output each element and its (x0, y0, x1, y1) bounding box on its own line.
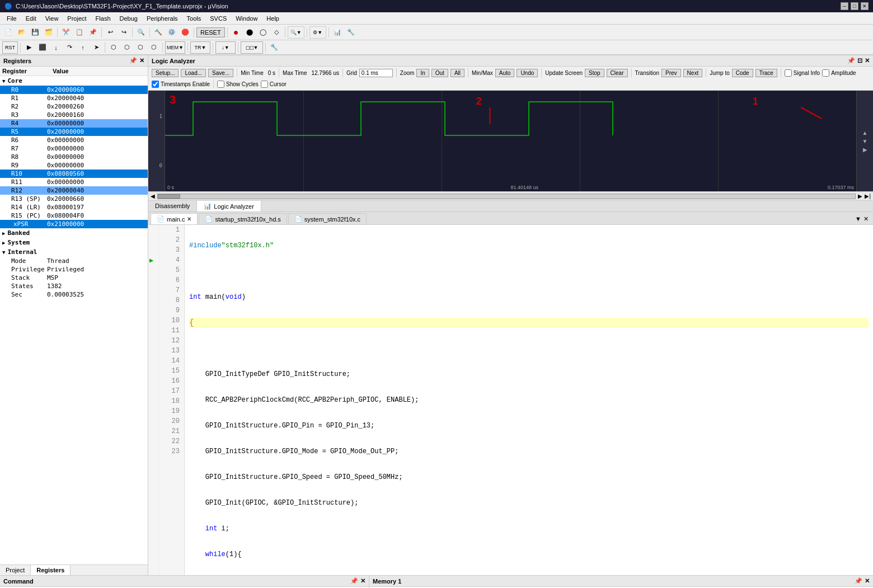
la-tab-disassembly[interactable]: Disassembly (148, 201, 197, 211)
menu-project[interactable]: Project (63, 14, 91, 23)
cut-button[interactable]: ✂️ (60, 26, 72, 39)
run-button[interactable]: ● (230, 26, 242, 39)
la-scrollbar-thumb[interactable] (158, 194, 180, 199)
settings-btn2[interactable]: 🔧 (268, 41, 280, 54)
reg-row-r9[interactable]: R9 0x00000000 (0, 161, 148, 170)
reg-pin-icon[interactable]: 📌 (129, 57, 137, 64)
la-auto-button[interactable]: Auto (495, 69, 515, 77)
menu-view[interactable]: View (41, 14, 63, 23)
la-load-button[interactable]: Load... (181, 69, 206, 77)
la-code-button[interactable]: Code (732, 69, 753, 77)
reg-row-r11[interactable]: R11 0x00000000 (0, 178, 148, 186)
la-pin-icon[interactable]: 📌 (847, 57, 855, 64)
redo-button[interactable]: ↪ (118, 26, 130, 39)
open-button[interactable]: 📂 (16, 26, 28, 39)
find-button[interactable]: 🔍 (135, 26, 147, 39)
stop-button[interactable]: ⬤ (243, 26, 256, 39)
reg-row-xpsr[interactable]: xPSR 0x21000000 (0, 220, 148, 228)
reg-group-banked[interactable]: Banked (0, 228, 148, 238)
la-undo-button[interactable]: Undo (517, 69, 538, 77)
reg-row-sec[interactable]: Sec 0.00003525 (0, 290, 148, 299)
copy-button[interactable]: 📋 (73, 26, 86, 39)
step-over-btn[interactable]: ↷ (63, 41, 76, 54)
la-signal-info-check[interactable]: Signal Info (785, 69, 820, 77)
reg-row-r8[interactable]: R8 0x00000000 (0, 153, 148, 161)
reg-row-r15[interactable]: R15 (PC) 0x080004F0 (0, 211, 148, 220)
la-stop-button[interactable]: Stop (585, 69, 604, 77)
step-out-btn[interactable]: ↑ (77, 41, 89, 54)
mem-close-icon[interactable]: ✕ (865, 577, 870, 585)
debug-config[interactable]: ⚙▼ (309, 26, 326, 39)
la-cursor-check[interactable]: Cursor (261, 81, 287, 88)
new-file-button[interactable]: 📄 (2, 26, 15, 39)
paste-button[interactable]: 📌 (87, 26, 99, 39)
reg-group-internal[interactable]: Internal (0, 247, 148, 257)
la-zoom-in-button[interactable]: In (416, 69, 429, 77)
la-clear-button[interactable]: Clear (607, 69, 628, 77)
la-zoom-out-button[interactable]: Out (431, 69, 448, 77)
la-show-cycles-checkbox[interactable] (217, 81, 224, 88)
la-cursor-checkbox[interactable] (261, 81, 268, 88)
minimize-button[interactable]: ─ (841, 2, 848, 10)
reg-row-r3[interactable]: R3 0x20000160 (0, 111, 148, 119)
menu-file[interactable]: File (2, 14, 21, 23)
close-button[interactable]: ✕ (861, 2, 869, 10)
save-all-button[interactable]: 🗂️ (43, 26, 55, 39)
reg-row-r2[interactable]: R2 0x20000260 (0, 102, 148, 111)
menu-help[interactable]: Help (262, 14, 284, 23)
reg-row-r6[interactable]: R6 0x00000000 (0, 136, 148, 144)
la-nav-up[interactable]: ▲ (862, 130, 868, 136)
bp-btn3[interactable]: ⬡ (134, 41, 147, 54)
la-nav-right[interactable]: ▶ (863, 147, 867, 153)
menu-tools[interactable]: Tools (182, 14, 206, 23)
reset-debug-btn[interactable]: RST (2, 41, 18, 54)
la-zoom-all-button[interactable]: All (450, 69, 464, 77)
misc-btn2[interactable]: ◻◻▼ (241, 41, 263, 54)
la-prev-button[interactable]: Prev (661, 69, 681, 77)
run-to-cursor-btn[interactable]: ➤ (90, 41, 102, 54)
la-nav-down[interactable]: ▼ (862, 138, 868, 144)
misc-btn1[interactable]: ↓▼ (215, 41, 236, 54)
menu-edit[interactable]: Edit (21, 14, 41, 23)
code-tab-startup[interactable]: 📄 startup_stm32f10x_hd.s (199, 213, 287, 224)
stop-debug-btn[interactable]: ⬛ (36, 41, 49, 54)
bp-btn4[interactable]: ⬡ (148, 41, 160, 54)
code-tab-system[interactable]: 📄 system_stm32f10x.c (288, 213, 367, 224)
reg-row-r4[interactable]: R4 0x00000000 (0, 119, 148, 128)
build-button[interactable]: 🔨 (152, 26, 165, 39)
reg-row-r1[interactable]: R1 0x20000040 (0, 94, 148, 102)
undo-button[interactable]: ↩ (104, 26, 116, 39)
cmd-pin-icon[interactable]: 📌 (350, 577, 358, 585)
reg-row-mode[interactable]: Mode Thread (0, 257, 148, 265)
la-setup-button[interactable]: Setup... (152, 69, 179, 77)
zoom-btn[interactable]: 🔍▼ (288, 26, 304, 39)
code-close-btn[interactable]: ✕ (863, 215, 869, 223)
menu-debug[interactable]: Debug (115, 14, 142, 23)
la-amplitude-checkbox[interactable] (822, 69, 829, 77)
step-into-btn[interactable]: ↓ (50, 41, 62, 54)
la-grid-input[interactable] (359, 69, 393, 77)
menu-svcs[interactable]: SVCS (205, 14, 231, 23)
code-tab-main-close[interactable]: ✕ (187, 216, 191, 222)
trace-btn[interactable]: TR▼ (190, 41, 210, 54)
la-float-icon[interactable]: ⊡ (857, 57, 862, 64)
la-scroll-right-btn[interactable]: ▶ (858, 193, 862, 199)
menu-window[interactable]: Window (231, 14, 262, 23)
stop-build-button[interactable]: 🛑 (179, 26, 191, 39)
reg-row-states[interactable]: States 1382 (0, 282, 148, 290)
la-next-button[interactable]: Next (683, 69, 703, 77)
la-close-icon[interactable]: ✕ (865, 57, 870, 64)
la-timestamps-checkbox[interactable] (152, 81, 159, 88)
reg-row-r14[interactable]: R14 (LR) 0x08000197 (0, 203, 148, 211)
la-signal-info-checkbox[interactable] (785, 69, 792, 77)
run-debug-btn[interactable]: ▶ (23, 41, 35, 54)
reg-row-r12[interactable]: R12 0x20000040 (0, 186, 148, 195)
maximize-button[interactable]: □ (851, 2, 858, 10)
la-scrollbar[interactable] (157, 194, 856, 199)
panel-tab-project[interactable]: Project (0, 565, 31, 575)
cmd-close-icon[interactable]: ✕ (360, 577, 365, 585)
reg-row-privilege[interactable]: Privilege Privileged (0, 265, 148, 274)
reg-row-r10[interactable]: R10 0x08080560 (0, 170, 148, 178)
save-button[interactable]: 💾 (29, 26, 41, 39)
mem-btn[interactable]: MEM▼ (165, 41, 185, 54)
